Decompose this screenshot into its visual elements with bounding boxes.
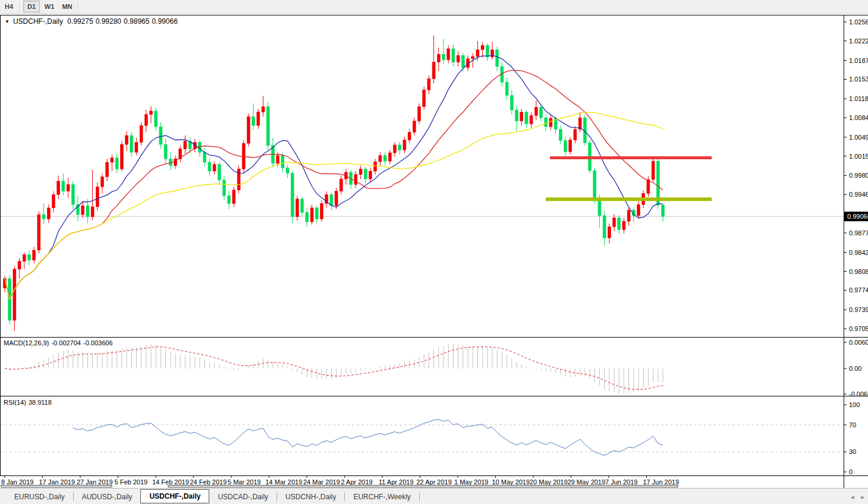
tab-eurusd-daily[interactable]: EURUSD-,Daily: [6, 491, 73, 503]
price-tick-label: 1.01870: [849, 57, 868, 64]
price-tick-label: 1.00840: [849, 114, 868, 121]
candle-body: [115, 158, 118, 169]
date-label: 7 Jun 2019: [605, 478, 637, 486]
price-tick-label: 1.00490: [849, 134, 868, 141]
candle-body: [574, 130, 577, 140]
chart-background: [0, 14, 868, 488]
macd-axis-label: 0.006058: [849, 339, 868, 346]
date-label: 5 Feb 2019: [115, 478, 148, 486]
tab-usdcad-daily[interactable]: USDCAD-,Daily: [209, 491, 276, 503]
candle-body: [218, 165, 221, 180]
candle-body: [67, 184, 70, 191]
timeframe-button-d1[interactable]: D1: [23, 1, 40, 12]
date-label: 11 Apr 2019: [379, 478, 414, 486]
chart-symbol-label: USDCHF-,Daily: [13, 17, 63, 26]
current-price-badge-label: 0.99066: [847, 213, 868, 220]
candle-body: [184, 141, 187, 149]
candle-body: [413, 121, 416, 133]
price-tick-label: 0.97740: [849, 286, 868, 294]
tab-scroll-left-icon[interactable]: ◂: [851, 493, 854, 501]
candle-body: [637, 204, 640, 216]
rsi-label: RSI(14)38.9118: [4, 399, 54, 406]
candle-body: [505, 82, 508, 95]
macd-main-value: -0.002704: [51, 339, 81, 346]
candle-body: [598, 199, 601, 216]
candle-body: [125, 136, 128, 144]
timeframe-button-h4[interactable]: H4: [1, 1, 17, 12]
candle-body: [257, 112, 260, 125]
candle-body: [301, 199, 304, 212]
candle-body: [622, 221, 625, 229]
candle-body: [569, 140, 572, 152]
candle-body: [330, 194, 333, 206]
toolbar-separator: [20, 2, 21, 11]
candle-body: [120, 144, 123, 169]
candle-body: [291, 174, 294, 217]
candle-body: [335, 191, 338, 206]
price-tick-label: 1.02560: [849, 18, 868, 26]
candle-body: [81, 206, 84, 215]
candle-body: [28, 254, 31, 260]
candle-body: [164, 144, 167, 159]
price-tick-label: 1.01180: [849, 95, 868, 102]
rsi-axis-label: 100: [849, 401, 860, 408]
candle-body: [159, 127, 162, 144]
tab-scroll-right-icon[interactable]: ▸: [861, 493, 864, 501]
date-label: 24 Feb 2019: [190, 478, 227, 486]
candle-body: [208, 162, 211, 171]
candle-body: [486, 45, 489, 57]
tab-usdchf-daily[interactable]: USDCHF-,Daily: [140, 489, 209, 503]
tab-audusd-daily[interactable]: AUDUSD-,Daily: [74, 491, 141, 503]
price-tick-label: 0.97050: [849, 325, 868, 332]
price-tick-label: 0.98770: [849, 229, 868, 237]
candle-body: [286, 168, 289, 173]
candle-body: [662, 205, 665, 217]
candle-body: [23, 254, 26, 261]
candle-body: [37, 215, 40, 250]
tab-eurchf-weekly[interactable]: EURCHF-,Weekly: [345, 491, 419, 503]
candle-body: [47, 208, 50, 219]
candle-body: [374, 162, 377, 171]
date-label: 17 Jun 2019: [643, 478, 680, 486]
candle-body: [130, 136, 133, 152]
candle-body: [101, 177, 104, 187]
date-label: 27 Jan 2019: [77, 478, 113, 486]
date-label: 20 May 2019: [530, 478, 568, 486]
macd-label: MACD(12,26,9)-0.002704-0.003606: [4, 339, 115, 346]
candle-body: [276, 156, 279, 163]
candle-body: [266, 106, 269, 146]
chart-canvas[interactable]: 1.025601.022201.018701.015301.011801.008…: [0, 14, 868, 488]
candle-body: [545, 118, 548, 127]
candle-body: [18, 262, 21, 269]
macd-axis-label: 0.00: [849, 365, 861, 372]
date-label: 1 May 2019: [454, 478, 488, 486]
candle-body: [652, 161, 655, 179]
candle-body: [427, 79, 430, 90]
candle-body: [388, 153, 391, 161]
candle-body: [144, 114, 147, 125]
tab-usdcnh-daily[interactable]: USDCNH-,Daily: [277, 491, 344, 503]
price-tick-label: 1.00150: [849, 153, 868, 160]
date-label: 14 Feb 2019: [152, 478, 189, 486]
price-tick-label: 0.98420: [849, 249, 868, 256]
timeframe-button-mn[interactable]: MN: [59, 1, 76, 12]
price-tick-label: 0.97390: [849, 306, 868, 313]
candle-body: [296, 199, 299, 217]
chevron-down-icon: ▼: [5, 19, 10, 24]
candle-body: [252, 116, 255, 125]
macd-signal-value: -0.003606: [83, 339, 113, 346]
horizontal-scrollbar[interactable]: [1, 486, 112, 487]
rsi-axis-label: 0: [849, 468, 853, 475]
candle-body: [111, 158, 114, 162]
candle-body: [62, 181, 65, 191]
timeframe-button-w1[interactable]: W1: [41, 1, 58, 12]
date-label: 29 May 2019: [568, 478, 606, 486]
symbol-tabbar: EURUSD-,Daily AUDUSD-,Daily USDCHF-,Dail…: [0, 488, 868, 504]
price-tick-label: 1.02220: [849, 37, 868, 45]
horizontal-scrollbar[interactable]: [168, 486, 678, 487]
candle-body: [471, 56, 474, 59]
candle-body: [213, 165, 216, 171]
candle-body: [515, 110, 518, 121]
price-tick-label: 0.98080: [849, 268, 868, 275]
candle-body: [86, 206, 89, 217]
